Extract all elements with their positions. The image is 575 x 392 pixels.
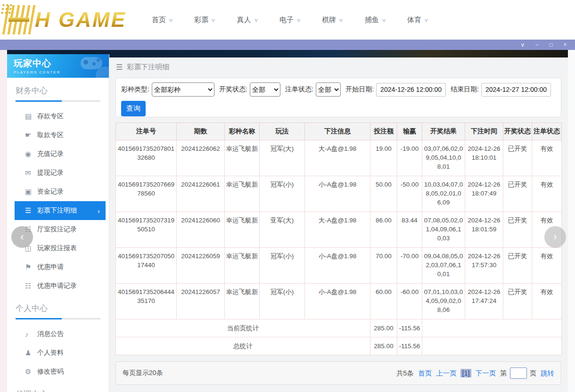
list-icon: ☷ bbox=[25, 282, 37, 290]
table-cell: 20241226062 bbox=[177, 140, 225, 176]
current-page-indicator: [1] bbox=[460, 369, 471, 377]
window-minimize-icon[interactable]: − bbox=[530, 40, 544, 50]
chevron-down-icon: ∨ bbox=[339, 17, 344, 23]
window-controls: ∨ − □ × bbox=[516, 40, 572, 50]
table-cell: 幸运飞艇新 bbox=[225, 140, 260, 176]
window-dropdown-icon[interactable]: ∨ bbox=[516, 40, 530, 50]
table-cell: -60.00 bbox=[397, 284, 422, 319]
nav-item-sports[interactable]: 体育∨ bbox=[407, 16, 428, 24]
deposit-card-icon: ▤ bbox=[25, 112, 37, 121]
breadcrumb: ☰ 彩票下注明细 bbox=[109, 57, 568, 76]
right-edge-strip bbox=[568, 50, 575, 392]
sidebar-item-withdrawal-records[interactable]: ✉提现记录 bbox=[15, 163, 106, 182]
page-size-text: 每页显示20条 bbox=[123, 369, 163, 377]
table-cell: 401569173520766978560 bbox=[116, 176, 177, 212]
summary-bet-total: 285.00 bbox=[370, 319, 397, 337]
table-cell: 大-A盘@1.98 bbox=[305, 140, 370, 176]
table-cell: 20241226061 bbox=[177, 176, 225, 212]
sidebar-item-funds-records[interactable]: ▣资金记录 bbox=[15, 182, 106, 201]
bet-details-table: 注单号期数彩种名称玩法下注信息投注额输赢开奖结果下注时间开奖状态注单状态 401… bbox=[115, 122, 562, 355]
summary-empty bbox=[422, 319, 562, 337]
prev-page-link[interactable]: 上一页 bbox=[436, 369, 457, 378]
collapse-left-arrow[interactable]: ‹ bbox=[11, 226, 33, 248]
sidebar-item-deposit-zone[interactable]: ▤存款专区 bbox=[15, 107, 106, 126]
nav-item-live[interactable]: 真人∨ bbox=[237, 16, 258, 24]
table-cell: 401569173520705017440 bbox=[116, 248, 177, 284]
hamburger-icon[interactable]: ☰ bbox=[116, 63, 123, 72]
sidebar-item-announcements[interactable]: ♪消息公告 bbox=[15, 325, 106, 343]
table-cell: 已开奖 bbox=[503, 140, 532, 176]
sidebar-item-label: 优惠申请 bbox=[37, 263, 64, 271]
table-cell: 冠军(小) bbox=[260, 284, 305, 319]
window-close-icon[interactable]: × bbox=[558, 40, 572, 50]
draw-status-select[interactable]: 全部 bbox=[250, 82, 280, 97]
nav-item-lottery[interactable]: 彩票∨ bbox=[194, 16, 215, 24]
table-cell: 小-A盘@1.98 bbox=[305, 176, 370, 212]
jump-suffix-label: 页 bbox=[530, 369, 537, 378]
table-cell: 2024-12-26 18:10:01 bbox=[465, 140, 503, 176]
jump-page-input[interactable] bbox=[510, 368, 527, 379]
filter-panel: 彩种类型: 全部彩种 开奖状态: 全部 注单状态: 全部 开始日期: 结束日期:… bbox=[115, 78, 561, 117]
sidebar-item-withdraw-zone[interactable]: ☛取款专区 bbox=[15, 126, 106, 145]
sidebar-item-change-password[interactable]: ⚙修改密码 bbox=[15, 362, 106, 381]
pagination-bar: 每页显示20条 共5条 首页 上一页 [1] 下一页 第 页 跳转 bbox=[115, 361, 561, 385]
chevron-down-icon: ∨ bbox=[424, 17, 429, 23]
table-cell: 07,01,10,03,04,05,09,02,08,06 bbox=[422, 284, 465, 319]
bet-details-table-wrap: 注单号期数彩种名称玩法下注信息投注额输赢开奖结果下注时间开奖状态注单状态 401… bbox=[115, 122, 561, 355]
sidebar-item-profile[interactable]: ♟个人资料 bbox=[15, 343, 106, 362]
sidebar-item-promo-apply[interactable]: ⚑优惠申请 bbox=[15, 258, 106, 277]
table-cell: 2024-12-26 17:47:24 bbox=[465, 284, 503, 319]
table-cell: 有效 bbox=[532, 176, 562, 212]
table-row: 40156917352073195051020241226060幸运飞艇新亚军(… bbox=[116, 212, 562, 248]
sidebar-item-recharge-records[interactable]: ◉充值记录 bbox=[15, 145, 106, 163]
chevron-down-icon: ∨ bbox=[296, 17, 301, 23]
draw-status-label: 开奖状态: bbox=[219, 85, 247, 94]
nav-item-fishing[interactable]: 捕鱼∨ bbox=[365, 16, 386, 24]
nav-item-slots[interactable]: 电子∨ bbox=[279, 16, 300, 24]
start-date-input[interactable] bbox=[376, 83, 446, 97]
sidebar-item-label: 消息公告 bbox=[37, 330, 64, 338]
summary-row: 当前页统计285.00-115.56 bbox=[116, 319, 562, 337]
sidebar-item-label: 充值记录 bbox=[37, 150, 64, 158]
scroll-right-arrow[interactable]: › bbox=[544, 226, 566, 248]
table-cell: 已开奖 bbox=[503, 212, 532, 248]
sidebar-item-label: 修改密码 bbox=[37, 368, 64, 376]
window-titlebar[interactable]: ∨ − □ × bbox=[0, 40, 575, 50]
sidebar-item-promo-apply-records[interactable]: ☷优惠申请记录 bbox=[15, 277, 106, 295]
table-cell: 已开奖 bbox=[503, 284, 532, 319]
chevron-right-icon: › bbox=[98, 207, 100, 215]
table-cell: 冠军(大) bbox=[260, 140, 305, 176]
first-page-link[interactable]: 首页 bbox=[418, 369, 432, 378]
table-cell: 401569173520644435170 bbox=[116, 284, 177, 319]
bell-icon: ♪ bbox=[25, 330, 37, 338]
sidebar-section-title: 个人中心 bbox=[16, 303, 100, 314]
order-status-select[interactable]: 全部 bbox=[316, 82, 341, 97]
window-maximize-icon[interactable]: □ bbox=[544, 40, 558, 50]
nav-item-home[interactable]: 首页∨ bbox=[152, 16, 172, 24]
page-title: 彩票下注明细 bbox=[127, 63, 169, 72]
nav-item-board-games[interactable]: 棋牌∨ bbox=[322, 16, 343, 24]
jump-prefix-label: 第 bbox=[500, 369, 507, 378]
table-cell: 07,08,05,02,01,04,09,06,10,03 bbox=[422, 212, 465, 248]
sidebar-item-label: 个人资料 bbox=[37, 349, 64, 357]
sidebar-section-rule bbox=[16, 318, 100, 319]
table-cell: 大-A盘@1.98 bbox=[305, 212, 370, 248]
site-header: H GAME 首页∨彩票∨真人∨电子∨棋牌∨捕鱼∨体育∨ bbox=[0, 0, 575, 40]
table-cell: 幸运飞艇新 bbox=[225, 248, 260, 284]
column-header: 开奖状态 bbox=[503, 123, 532, 140]
table-cell: 幸运飞艇新 bbox=[225, 176, 260, 212]
chevron-down-icon: ∨ bbox=[211, 17, 216, 23]
table-cell: -19.00 bbox=[397, 140, 422, 176]
sidebar-item-label: 提现记录 bbox=[37, 169, 64, 177]
logo[interactable]: H GAME bbox=[5, 3, 126, 37]
column-header: 玩法 bbox=[260, 123, 305, 140]
next-page-link[interactable]: 下一页 bbox=[476, 369, 496, 378]
search-button[interactable]: 查询 bbox=[121, 101, 146, 116]
sidebar-item-lottery-bet-details[interactable]: ☰彩票下注明细› bbox=[15, 201, 106, 220]
logo-bars-icon bbox=[2, 5, 36, 34]
pager: 共5条 首页 上一页 [1] 下一页 第 页 跳转 bbox=[392, 368, 554, 379]
lottery-type-select[interactable]: 全部彩种 bbox=[152, 82, 214, 97]
summary-row: 总统计285.00-115.56 bbox=[116, 337, 562, 355]
jump-button[interactable]: 跳转 bbox=[541, 369, 554, 378]
end-date-input[interactable] bbox=[481, 83, 551, 97]
